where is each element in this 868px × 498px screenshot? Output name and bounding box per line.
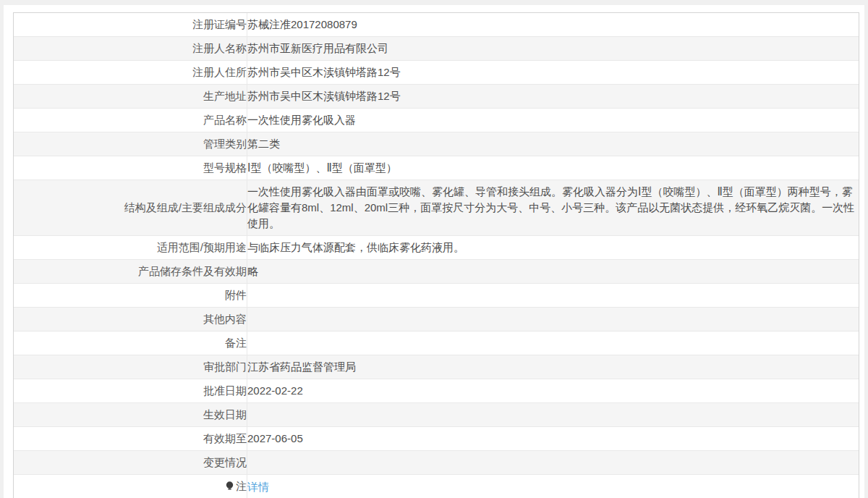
row-label: 审批部门 (14, 355, 247, 379)
row-label: 适用范围/预期用途 (14, 236, 247, 260)
row-value: 一次性使用雾化吸入器由面罩或咬嘴、雾化罐、导管和接头组成。雾化吸入器分为Ⅰ型（咬… (247, 180, 859, 236)
row-label: 附件 (14, 284, 247, 308)
table-row-registrant-name: 注册人名称 苏州市亚新医疗用品有限公司 (14, 37, 859, 61)
row-label: 产品储存条件及有效期 (14, 260, 247, 284)
table-row-production-address: 生产地址 苏州市吴中区木渎镇钟塔路12号 (14, 85, 859, 109)
table-row-remarks: 备注 (14, 332, 859, 355)
row-value: 2027-06-05 (247, 427, 859, 451)
table-row-expiry-date: 有效期至 2027-06-05 (14, 427, 859, 451)
row-label: 注册证编号 (14, 13, 247, 37)
table-row-storage-validity: 产品储存条件及有效期 略 (14, 260, 859, 284)
detail-link[interactable]: 详情 (247, 481, 269, 493)
table-row-other-content: 其他内容 (14, 308, 859, 332)
row-label: 管理类别 (14, 132, 247, 156)
row-value: 与临床压力气体源配套，供临床雾化药液用。 (247, 236, 859, 260)
row-label: 注册人名称 (14, 37, 247, 61)
row-label: 备注 (14, 332, 247, 355)
table-row-intended-use: 适用范围/预期用途 与临床压力气体源配套，供临床雾化药液用。 (14, 236, 859, 260)
row-label: 其他内容 (14, 308, 247, 332)
table-row-product-name: 产品名称 一次性使用雾化吸入器 (14, 109, 859, 132)
page: { "page": { "background": "#f0f0f0", "pa… (0, 0, 868, 498)
row-value: 第二类 (247, 132, 859, 156)
row-value (247, 284, 859, 308)
table-row-management-category: 管理类别 第二类 (14, 132, 859, 156)
row-label: 产品名称 (14, 109, 247, 132)
table-row-effective-date: 生效日期 (14, 403, 859, 427)
row-value: 江苏省药品监督管理局 (247, 355, 859, 379)
table-row-approval-department: 审批部门 江苏省药品监督管理局 (14, 355, 859, 379)
table-row-note: 注 详情 (14, 475, 859, 498)
row-label: 变更情况 (14, 451, 247, 475)
row-label: 生效日期 (14, 403, 247, 427)
table-row-registration-number: 注册证编号 苏械注准20172080879 (14, 13, 859, 37)
note-label: 注 (236, 480, 247, 492)
row-label: 注 (14, 475, 247, 498)
row-value: 略 (247, 260, 859, 284)
table-row-change-status: 变更情况 (14, 451, 859, 475)
lightbulb-icon (226, 480, 234, 496)
table-row-model-spec: 型号规格 Ⅰ型（咬嘴型）、Ⅱ型（面罩型） (14, 156, 859, 180)
row-value: 苏械注准20172080879 (247, 13, 859, 37)
row-value: 一次性使用雾化吸入器 (247, 109, 859, 132)
table-row-attachment: 附件 (14, 284, 859, 308)
row-label: 型号规格 (14, 156, 247, 180)
table-row-structure-composition: 结构及组成/主要组成成分 一次性使用雾化吸入器由面罩或咬嘴、雾化罐、导管和接头组… (14, 180, 859, 236)
row-value: 苏州市吴中区木渎镇钟塔路12号 (247, 61, 859, 85)
table-row-registrant-address: 注册人住所 苏州市吴中区木渎镇钟塔路12号 (14, 61, 859, 85)
row-label: 生产地址 (14, 85, 247, 109)
row-value (247, 403, 859, 427)
row-value (247, 308, 859, 332)
row-value (247, 451, 859, 475)
content-panel: 注册证编号 苏械注准20172080879 注册人名称 苏州市亚新医疗用品有限公… (4, 5, 864, 498)
registration-info-table: 注册证编号 苏械注准20172080879 注册人名称 苏州市亚新医疗用品有限公… (13, 12, 859, 498)
row-value (247, 332, 859, 355)
table-row-approval-date: 批准日期 2022-02-22 (14, 379, 859, 403)
row-label: 有效期至 (14, 427, 247, 451)
row-value: 详情 (247, 475, 859, 498)
row-label: 注册人住所 (14, 61, 247, 85)
row-value: 苏州市亚新医疗用品有限公司 (247, 37, 859, 61)
row-label: 批准日期 (14, 379, 247, 403)
row-value: Ⅰ型（咬嘴型）、Ⅱ型（面罩型） (247, 156, 859, 180)
row-value: 2022-02-22 (247, 379, 859, 403)
row-label: 结构及组成/主要组成成分 (14, 180, 247, 236)
row-value: 苏州市吴中区木渎镇钟塔路12号 (247, 85, 859, 109)
